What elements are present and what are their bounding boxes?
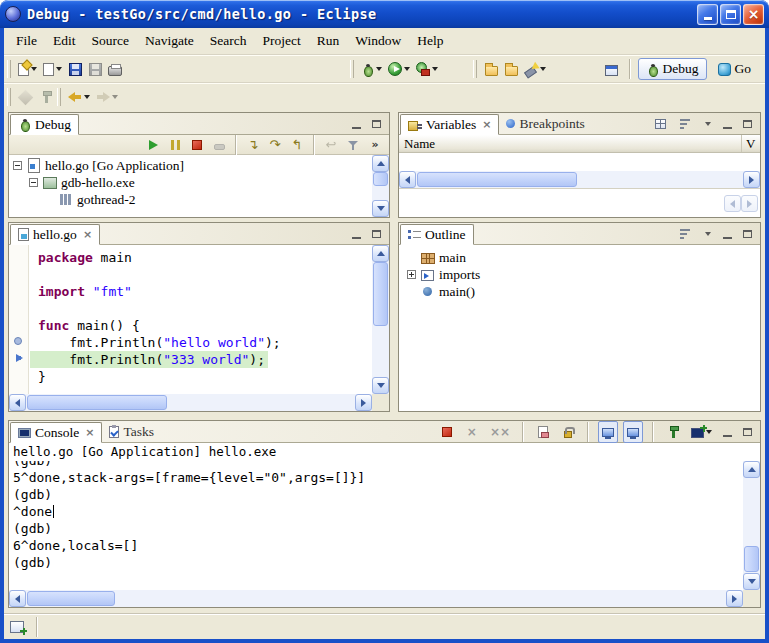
menu-edit[interactable]: Edit	[45, 30, 84, 52]
open-resource-button[interactable]	[481, 58, 501, 80]
pin-editor-button[interactable]	[36, 86, 56, 108]
scroll-down-icon[interactable]	[377, 383, 385, 388]
variables-hscrollbar[interactable]	[399, 171, 760, 188]
scroll-down-icon[interactable]	[377, 206, 385, 211]
tree-item[interactable]: main	[407, 249, 760, 266]
menu-file[interactable]: File	[8, 30, 45, 52]
open-project-button[interactable]	[501, 58, 521, 80]
collapse-all-button[interactable]	[675, 113, 695, 135]
code-line[interactable]: fmt.Println("333 world");	[30, 351, 372, 368]
column-value[interactable]: V	[742, 135, 760, 152]
console-vscrollbar[interactable]	[743, 461, 760, 590]
scroll-down-icon[interactable]	[748, 579, 756, 584]
disconnect-button[interactable]	[209, 136, 229, 154]
tab-debug[interactable]: Debug	[10, 114, 79, 135]
scroll-right-button[interactable]	[741, 195, 758, 212]
dropdown-arrow-icon[interactable]	[376, 67, 382, 71]
code-line[interactable]	[30, 266, 372, 283]
new-go-element-button[interactable]	[40, 58, 65, 80]
last-edit-location-button[interactable]	[15, 86, 36, 108]
tree-item[interactable]: gothread-2	[9, 191, 372, 208]
suspend-button[interactable]	[165, 136, 185, 154]
scrollbar-thumb[interactable]	[417, 172, 577, 187]
scrollbar-thumb[interactable]	[744, 546, 759, 572]
code-line[interactable]: import "fmt"	[30, 283, 372, 300]
clear-console-button[interactable]	[533, 421, 553, 443]
close-tab-icon[interactable]: ×	[85, 426, 94, 439]
forward-button[interactable]	[93, 86, 121, 108]
save-button[interactable]	[65, 58, 85, 80]
tab-variables[interactable]: Variables ×	[400, 114, 499, 135]
show-console-on-output-button[interactable]	[598, 421, 618, 443]
view-menu-button[interactable]	[700, 117, 715, 130]
step-over-button[interactable]: ↷	[265, 136, 285, 154]
menu-help[interactable]: Help	[409, 30, 451, 52]
terminate-button[interactable]	[187, 136, 207, 154]
variables-table[interactable]	[399, 153, 760, 171]
toolbar-grip[interactable]	[7, 88, 11, 106]
variables-detail-pane[interactable]	[399, 188, 760, 217]
menu-project[interactable]: Project	[254, 30, 308, 52]
titlebar[interactable]: Debug - testGo/src/cmd/hello.go - Eclips…	[0, 0, 769, 28]
tab-breakpoints[interactable]: Breakpoints	[499, 113, 591, 134]
editor-hscrollbar[interactable]	[9, 394, 372, 411]
scroll-up-icon[interactable]	[377, 161, 385, 166]
minimize-view-button[interactable]	[720, 117, 735, 130]
show-logical-structure-button[interactable]	[650, 113, 670, 135]
dropdown-arrow-icon[interactable]	[56, 67, 62, 71]
perspective-debug-button[interactable]: Debug	[638, 58, 707, 80]
close-tab-icon[interactable]: ×	[482, 118, 491, 131]
maximize-view-button[interactable]	[740, 227, 755, 240]
scroll-up-icon[interactable]	[748, 467, 756, 472]
step-return-button[interactable]: ↰	[287, 136, 307, 154]
remove-launch-button[interactable]: ×	[462, 421, 482, 443]
editor-ruler[interactable]	[9, 245, 29, 394]
code-lines[interactable]: package mainimport "fmt"func main() { fm…	[30, 245, 372, 394]
menu-navigate[interactable]: Navigate	[137, 30, 202, 52]
editor-vscrollbar[interactable]	[372, 245, 389, 394]
tab-tasks[interactable]: Tasks	[102, 421, 161, 442]
perspective-go-button[interactable]: Go	[710, 58, 760, 80]
dropdown-arrow-icon[interactable]	[84, 95, 90, 99]
minimize-view-button[interactable]	[349, 227, 364, 240]
scrollbar-thumb[interactable]	[373, 262, 388, 326]
scroll-right-icon[interactable]	[361, 399, 366, 407]
open-perspective-button[interactable]	[602, 58, 622, 80]
scroll-up-icon[interactable]	[377, 251, 385, 256]
console-output[interactable]: (gdb)5^done,stack-args=[frame={level="0"…	[9, 461, 743, 590]
scroll-left-icon[interactable]	[15, 595, 20, 603]
step-filters-button[interactable]	[343, 136, 363, 154]
scroll-right-icon[interactable]	[749, 176, 754, 184]
dropdown-arrow-icon[interactable]	[540, 67, 546, 71]
tree-expander-icon[interactable]	[13, 161, 22, 170]
scrollbar-thumb[interactable]	[373, 172, 388, 186]
menu-search[interactable]: Search	[202, 30, 255, 52]
search-button[interactable]	[521, 58, 549, 80]
minimize-view-button[interactable]	[349, 117, 364, 130]
step-into-button[interactable]: ↴	[243, 136, 263, 154]
maximize-view-button[interactable]	[369, 227, 384, 240]
code-line[interactable]: func main() {	[30, 317, 372, 334]
tree-expander-icon[interactable]	[29, 178, 38, 187]
tree-item[interactable]: gdb-hello.exe	[9, 174, 372, 191]
menu-window[interactable]: Window	[347, 30, 409, 52]
minimize-view-button[interactable]	[720, 227, 735, 240]
new-wizard-button[interactable]	[15, 58, 40, 80]
close-tab-icon[interactable]: ×	[83, 228, 92, 241]
scroll-right-icon[interactable]	[732, 595, 737, 603]
dropdown-arrow-icon[interactable]	[432, 67, 438, 71]
back-button[interactable]	[65, 86, 93, 108]
resume-button[interactable]	[143, 136, 163, 154]
run-dropdown-button[interactable]	[385, 58, 413, 80]
open-console-button[interactable]	[688, 421, 715, 443]
view-menu-button[interactable]	[700, 227, 715, 240]
dropdown-arrow-icon[interactable]	[404, 67, 410, 71]
remove-all-launches-button[interactable]: ××	[487, 421, 513, 443]
debug-tree-scrollbar[interactable]	[372, 155, 389, 217]
code-line[interactable]	[30, 300, 372, 317]
tree-item[interactable]: imports	[407, 266, 760, 283]
tab-outline[interactable]: Outline	[400, 224, 474, 245]
dropdown-arrow-icon[interactable]	[31, 67, 37, 71]
save-all-button[interactable]	[85, 58, 105, 80]
toolbar-overflow-button[interactable]: »	[365, 136, 385, 154]
